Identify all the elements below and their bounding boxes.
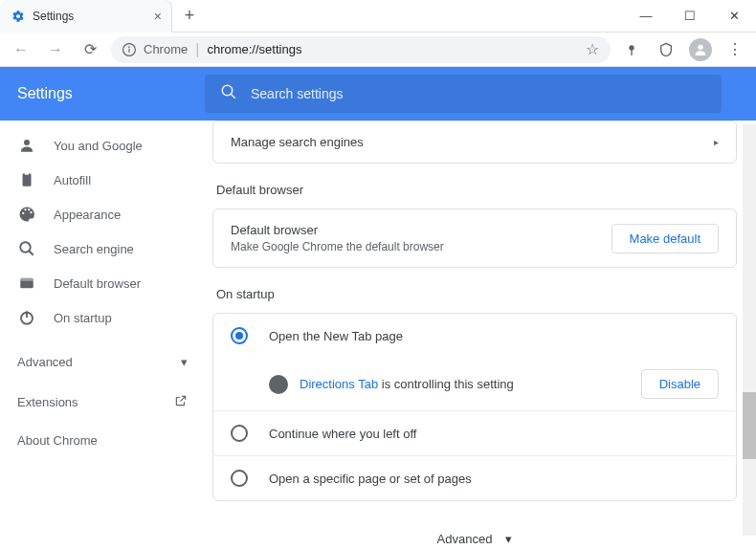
sidebar: You and Google Autofill Appearance Searc… bbox=[0, 121, 205, 549]
browser-toolbar: ← → ⟳ Chrome | chrome://settings ☆ ⋮ bbox=[0, 33, 756, 67]
svg-rect-4 bbox=[631, 50, 632, 55]
startup-option-newtab[interactable]: Open the New Tab page bbox=[213, 314, 736, 358]
sidebar-item-default-browser[interactable]: Default browser bbox=[0, 266, 205, 300]
sidebar-item-label: On startup bbox=[54, 311, 112, 325]
sidebar-about-link[interactable]: About Chrome bbox=[0, 421, 205, 459]
chevron-down-icon: ▾ bbox=[505, 532, 512, 546]
advanced-footer-toggle[interactable]: Advanced ▾ bbox=[212, 520, 737, 549]
svg-line-7 bbox=[231, 94, 235, 99]
shield-icon[interactable] bbox=[653, 36, 679, 63]
clipboard-icon bbox=[17, 171, 36, 188]
close-window-button[interactable]: ✕ bbox=[712, 2, 756, 31]
svg-point-5 bbox=[698, 44, 702, 49]
browser-icon bbox=[17, 274, 36, 292]
omnibox-url: chrome://settings bbox=[207, 42, 301, 56]
sidebar-advanced-label: Advanced bbox=[17, 355, 73, 369]
disable-extension-button[interactable]: Disable bbox=[641, 369, 719, 399]
sidebar-item-on-startup[interactable]: On startup bbox=[0, 300, 205, 335]
chevron-down-icon: ▾ bbox=[181, 355, 188, 369]
manage-search-engines-card[interactable]: Manage search engines ▸ bbox=[212, 121, 737, 164]
new-tab-button[interactable]: + bbox=[176, 3, 203, 30]
sidebar-item-label: Appearance bbox=[54, 208, 121, 222]
startup-option-continue[interactable]: Continue where you left off bbox=[213, 410, 736, 455]
startup-option-label: Continue where you left off bbox=[269, 427, 416, 441]
sidebar-advanced-toggle[interactable]: Advanced ▾ bbox=[0, 340, 205, 383]
sidebar-item-appearance[interactable]: Appearance bbox=[0, 197, 205, 231]
sidebar-item-label: You and Google bbox=[54, 139, 143, 153]
reload-button[interactable]: ⟳ bbox=[77, 36, 103, 63]
startup-option-label: Open a specific page or set of pages bbox=[269, 472, 472, 486]
default-browser-sub: Make Google Chrome the default browser bbox=[231, 240, 444, 253]
search-icon bbox=[220, 83, 237, 104]
sidebar-about-label: About Chrome bbox=[17, 433, 98, 448]
sidebar-item-you-and-google[interactable]: You and Google bbox=[0, 128, 205, 163]
search-placeholder: Search settings bbox=[251, 86, 344, 101]
browser-tab[interactable]: Settings × bbox=[0, 0, 172, 33]
radio-unchecked-icon[interactable] bbox=[231, 470, 248, 487]
profile-avatar[interactable] bbox=[687, 36, 714, 63]
external-link-icon bbox=[174, 394, 188, 410]
startup-option-label: Open the New Tab page bbox=[269, 329, 403, 343]
radio-checked-icon[interactable] bbox=[231, 327, 248, 344]
forward-button[interactable]: → bbox=[42, 36, 69, 63]
page-title: Settings bbox=[17, 85, 186, 102]
sidebar-extensions-label: Extensions bbox=[17, 395, 78, 409]
svg-rect-14 bbox=[20, 278, 33, 281]
person-icon bbox=[17, 137, 36, 154]
extension-name-link[interactable]: Directions Tab bbox=[300, 377, 378, 391]
svg-point-1 bbox=[128, 46, 130, 48]
minimize-button[interactable]: — bbox=[624, 2, 668, 31]
window-controls: — ☐ ✕ bbox=[624, 2, 756, 31]
search-icon bbox=[17, 240, 36, 257]
palette-icon bbox=[17, 206, 36, 223]
scrollbar-thumb[interactable] bbox=[743, 392, 756, 459]
svg-point-8 bbox=[24, 140, 30, 145]
power-icon bbox=[17, 309, 36, 326]
extension-pin-icon[interactable] bbox=[618, 36, 645, 63]
extension-icon bbox=[269, 375, 288, 394]
advanced-footer-label: Advanced bbox=[437, 532, 493, 546]
svg-rect-10 bbox=[25, 172, 30, 175]
default-browser-title: Default browser bbox=[231, 223, 444, 237]
svg-point-6 bbox=[222, 85, 233, 96]
sidebar-item-label: Search engine bbox=[54, 242, 134, 256]
site-info-icon[interactable] bbox=[122, 43, 136, 56]
make-default-button[interactable]: Make default bbox=[611, 224, 719, 253]
chevron-right-icon: ▸ bbox=[714, 137, 719, 147]
settings-header: Settings Search settings bbox=[0, 67, 756, 121]
radio-unchecked-icon[interactable] bbox=[231, 425, 248, 442]
on-startup-heading: On startup bbox=[216, 287, 737, 301]
extension-controlling-text: Directions Tab is controlling this setti… bbox=[300, 377, 514, 391]
svg-point-11 bbox=[20, 242, 31, 253]
gear-icon bbox=[11, 10, 25, 23]
settings-search[interactable]: Search settings bbox=[205, 75, 722, 113]
maximize-button[interactable]: ☐ bbox=[668, 2, 712, 31]
default-browser-heading: Default browser bbox=[216, 183, 737, 197]
bookmark-star-icon[interactable]: ☆ bbox=[586, 40, 599, 58]
main-area: You and Google Autofill Appearance Searc… bbox=[0, 121, 756, 549]
settings-content: Manage search engines ▸ Default browser … bbox=[205, 121, 756, 549]
window-titlebar: Settings × + — ☐ ✕ bbox=[0, 0, 756, 33]
svg-rect-9 bbox=[23, 173, 32, 187]
scrollbar-track[interactable] bbox=[743, 124, 756, 536]
sidebar-item-search-engine[interactable]: Search engine bbox=[0, 231, 205, 266]
svg-rect-2 bbox=[128, 48, 129, 52]
sidebar-item-label: Autofill bbox=[54, 173, 91, 187]
manage-search-engines-label: Manage search engines bbox=[231, 135, 364, 149]
back-button[interactable]: ← bbox=[8, 36, 34, 63]
svg-point-3 bbox=[629, 45, 634, 50]
startup-option-specific[interactable]: Open a specific page or set of pages bbox=[213, 455, 736, 500]
omnibox-prefix: Chrome bbox=[144, 42, 188, 56]
sidebar-item-autofill[interactable]: Autofill bbox=[0, 163, 205, 197]
extension-controlling-row: Directions Tab is controlling this setti… bbox=[213, 358, 736, 410]
menu-dots-icon[interactable]: ⋮ bbox=[722, 36, 748, 63]
sidebar-extensions-link[interactable]: Extensions bbox=[0, 383, 205, 421]
omnibox-separator: | bbox=[195, 41, 199, 58]
tab-title: Settings bbox=[33, 10, 74, 23]
default-browser-card: Default browser Make Google Chrome the d… bbox=[212, 209, 737, 268]
svg-line-12 bbox=[29, 251, 33, 255]
close-tab-icon[interactable]: × bbox=[154, 9, 162, 24]
on-startup-card: Open the New Tab page Directions Tab is … bbox=[212, 313, 737, 501]
address-bar[interactable]: Chrome | chrome://settings ☆ bbox=[111, 36, 611, 63]
sidebar-item-label: Default browser bbox=[54, 276, 141, 291]
